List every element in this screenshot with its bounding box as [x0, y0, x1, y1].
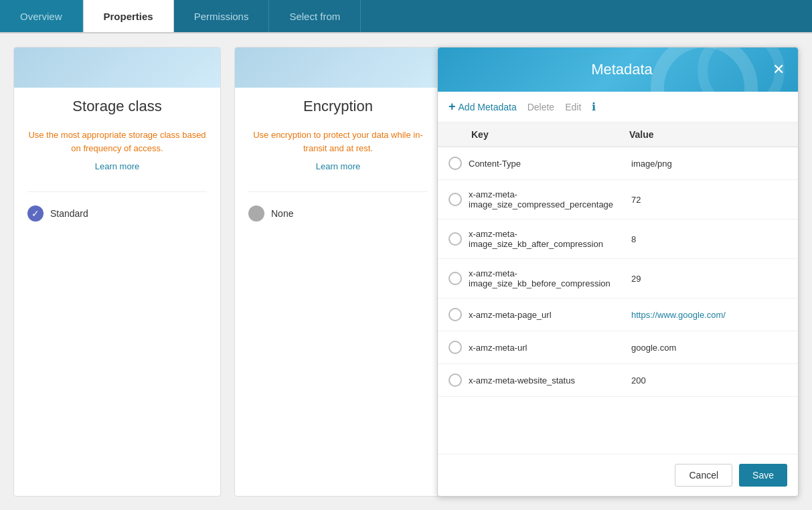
- encryption-option-label: None: [271, 208, 293, 219]
- cancel-button[interactable]: Cancel: [675, 464, 732, 487]
- storage-card-image: [14, 48, 220, 88]
- row-key-0: Content-Type: [469, 159, 625, 169]
- table-row[interactable]: x-amz-meta-url google.com: [438, 331, 798, 364]
- row-value-2: 8: [631, 234, 787, 244]
- metadata-footer: Cancel Save: [438, 454, 798, 496]
- table-row[interactable]: x-amz-meta-website_status 200: [438, 364, 798, 397]
- storage-class-card: Storage class Use the most appropriate s…: [13, 47, 221, 497]
- metadata-table: Key Value Content-Type image/png x-amz-m…: [438, 122, 798, 454]
- storage-option: ✓ Standard: [27, 199, 207, 222]
- encryption-card: Encryption Use encryption to protect you…: [234, 47, 442, 497]
- encryption-option: None: [248, 199, 428, 222]
- row-radio-3[interactable]: [449, 272, 462, 285]
- table-row[interactable]: x-amz-meta-image_size_compressed_percent…: [438, 180, 798, 220]
- metadata-panel: Metadata ✕ + Add Metadata Delete Edit ℹ …: [437, 47, 799, 497]
- row-value-0: image/png: [631, 159, 787, 169]
- main-content: Storage class Use the most appropriate s…: [0, 33, 812, 510]
- plus-icon: +: [449, 100, 456, 114]
- table-header: Key Value: [438, 122, 798, 147]
- encryption-card-title: Encryption: [303, 98, 373, 115]
- metadata-toolbar: + Add Metadata Delete Edit ℹ: [438, 92, 798, 122]
- metadata-header: Metadata ✕: [438, 48, 798, 92]
- row-value-5: google.com: [631, 343, 787, 353]
- row-radio-4[interactable]: [449, 308, 462, 321]
- row-value-1: 72: [631, 195, 787, 205]
- metadata-close-button[interactable]: ✕: [773, 61, 785, 78]
- row-radio-0[interactable]: [449, 157, 462, 170]
- storage-option-label: Standard: [50, 208, 88, 219]
- row-value-6: 200: [631, 375, 787, 386]
- row-radio-1[interactable]: [449, 193, 462, 206]
- table-row[interactable]: x-amz-meta-image_size_kb_after_compressi…: [438, 220, 798, 259]
- col-header-key: Key: [471, 129, 629, 140]
- row-radio-5[interactable]: [449, 341, 462, 354]
- storage-card-title: Storage class: [72, 98, 161, 115]
- encryption-option-icon: [248, 205, 264, 222]
- row-key-5: x-amz-meta-url: [469, 343, 625, 353]
- table-row[interactable]: x-amz-meta-page_url https://www.google.c…: [438, 299, 798, 331]
- tab-overview[interactable]: Overview: [0, 0, 83, 32]
- row-value-4: https://www.google.com/: [631, 310, 787, 320]
- tab-bar: Overview Properties Permissions Select f…: [0, 0, 812, 33]
- table-row[interactable]: Content-Type image/png: [438, 147, 798, 180]
- add-metadata-label: Add Metadata: [459, 102, 517, 112]
- row-key-2: x-amz-meta-image_size_kb_after_compressi…: [469, 229, 625, 249]
- delete-button[interactable]: Delete: [527, 102, 554, 112]
- storage-card-description: Use the most appropriate storage class b…: [27, 129, 207, 155]
- row-radio-6[interactable]: [449, 373, 462, 387]
- metadata-title: Metadata: [471, 61, 773, 78]
- save-button[interactable]: Save: [739, 464, 787, 487]
- info-icon[interactable]: ℹ: [592, 100, 596, 113]
- storage-check-icon: ✓: [27, 205, 44, 222]
- storage-card-divider: [27, 191, 207, 192]
- add-metadata-button[interactable]: + Add Metadata: [449, 100, 517, 114]
- storage-learn-more-link[interactable]: Learn more: [95, 161, 139, 171]
- table-row[interactable]: x-amz-meta-image_size_kb_before_compress…: [438, 259, 798, 299]
- row-key-6: x-amz-meta-website_status: [469, 375, 625, 386]
- row-value-3: 29: [631, 274, 787, 284]
- row-key-4: x-amz-meta-page_url: [469, 310, 625, 320]
- encryption-card-description: Use encryption to protect your data whil…: [248, 129, 428, 155]
- encryption-card-image: [235, 48, 441, 88]
- tab-select-from[interactable]: Select from: [269, 0, 361, 32]
- encryption-learn-more-link[interactable]: Learn more: [316, 161, 360, 171]
- encryption-card-divider: [248, 191, 428, 192]
- tab-properties[interactable]: Properties: [83, 0, 174, 32]
- col-header-value: Value: [629, 129, 787, 140]
- row-key-3: x-amz-meta-image_size_kb_before_compress…: [469, 268, 625, 288]
- tab-permissions[interactable]: Permissions: [174, 0, 270, 32]
- row-key-1: x-amz-meta-image_size_compressed_percent…: [469, 189, 625, 209]
- row-radio-2[interactable]: [449, 232, 462, 246]
- edit-button[interactable]: Edit: [565, 102, 581, 112]
